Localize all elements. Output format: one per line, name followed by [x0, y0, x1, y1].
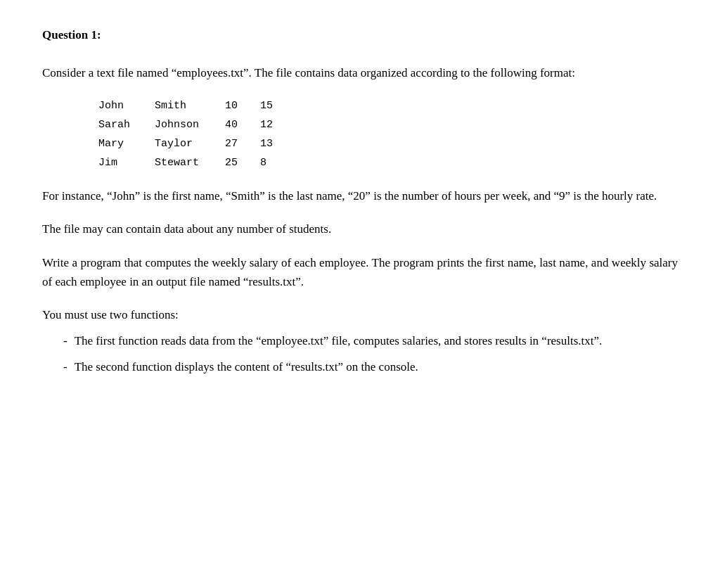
- bullet-item-2: - The second function displays the conte…: [63, 357, 678, 376]
- data-row-3: Mary Taylor 27 13: [98, 134, 678, 153]
- students-paragraph: The file may can contain data about any …: [42, 219, 678, 238]
- bullet-list: - The first function reads data from the…: [63, 331, 678, 376]
- data-row-4: Jim Stewart 25 8: [98, 153, 678, 172]
- bullet-content-2: The second function displays the content…: [75, 357, 678, 376]
- data-row-1: John Smith 10 15: [98, 96, 678, 115]
- data-block: John Smith 10 15 Sarah Johnson 40 12 Mar…: [98, 96, 678, 172]
- question-title: Question 1:: [42, 28, 678, 42]
- bullet-item-1: - The first function reads data from the…: [63, 331, 678, 350]
- bullet-content-1: The first function reads data from the “…: [75, 331, 678, 350]
- bullet-dash-1: -: [63, 331, 68, 350]
- program-paragraph: Write a program that computes the weekly…: [42, 253, 678, 291]
- instance-paragraph: For instance, “John” is the first name, …: [42, 186, 678, 205]
- data-row-2: Sarah Johnson 40 12: [98, 115, 678, 134]
- bullet-dash-2: -: [63, 357, 68, 376]
- intro-paragraph: Consider a text file named “employees.tx…: [42, 63, 678, 82]
- functions-intro: You must use two functions:: [42, 305, 678, 324]
